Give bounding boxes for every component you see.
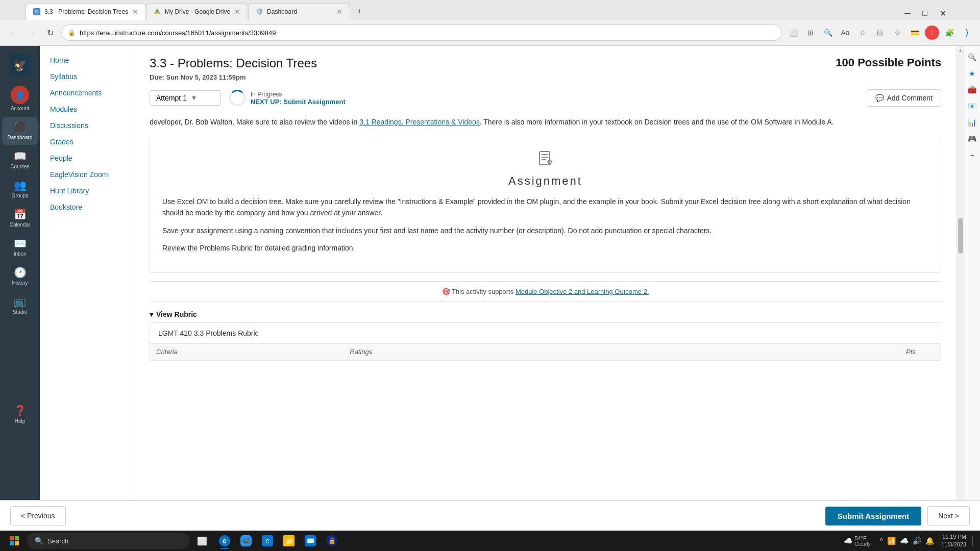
edge-search-icon[interactable]: 🔍 bbox=[965, 50, 979, 64]
nav-item-groups[interactable]: 👥 Groups bbox=[2, 175, 38, 203]
sidebar-link-bookstore[interactable]: Bookstore bbox=[40, 199, 134, 215]
start-button[interactable] bbox=[4, 532, 24, 550]
weather-icon: ☁️ bbox=[844, 537, 852, 545]
forward-button[interactable]: → bbox=[24, 26, 39, 40]
taskbar-edge-icon[interactable]: e bbox=[214, 532, 235, 550]
reload-button[interactable]: ↻ bbox=[43, 26, 57, 40]
nav-item-courses[interactable]: 📖 Courses bbox=[2, 146, 38, 174]
taskbar-search-text: Search bbox=[47, 537, 68, 545]
tab-2-close[interactable]: ✕ bbox=[234, 8, 240, 16]
edge-icon[interactable]: ⟩ bbox=[960, 26, 974, 40]
history-icon: 🕐 bbox=[14, 266, 27, 279]
in-progress-label: In Progress bbox=[251, 91, 346, 98]
scroll-thumb[interactable] bbox=[958, 218, 963, 254]
nav-item-account[interactable]: 👤 Account bbox=[2, 82, 38, 116]
edge-games-icon[interactable]: 🎮 bbox=[965, 132, 979, 146]
nav-item-history[interactable]: 🕐 History bbox=[2, 262, 38, 290]
tab-3[interactable]: 🛡️ Dashboard ✕ bbox=[248, 3, 350, 20]
courses-label: Courses bbox=[10, 164, 29, 170]
nav-item-studio[interactable]: 📺 Studio bbox=[2, 291, 38, 319]
address-bar[interactable]: 🔒 https://erau.instructure.com/courses/1… bbox=[61, 24, 782, 41]
sidebar-link-people[interactable]: People bbox=[40, 150, 134, 166]
sidebar-link-eaglevision[interactable]: EagleVision Zoom bbox=[40, 166, 134, 183]
add-comment-button[interactable]: 💬 Add Comment bbox=[867, 89, 941, 107]
tab-1-close[interactable]: ✕ bbox=[132, 8, 138, 16]
attempt-bar: Attempt 1 ▼ In Progress NEXT UP: Submit … bbox=[150, 89, 941, 107]
svg-rect-6 bbox=[10, 541, 14, 545]
zoom-icon[interactable]: 🔍 bbox=[821, 26, 835, 40]
edge-tools-icon[interactable]: 🧰 bbox=[965, 83, 979, 97]
module-objective-link[interactable]: Module Objective 2 and Learning Outcome … bbox=[516, 288, 649, 295]
network-icon[interactable]: 📶 bbox=[886, 536, 897, 546]
favorites-icon[interactable]: ☆ bbox=[855, 26, 870, 40]
cast-icon[interactable]: ⬜ bbox=[786, 26, 800, 40]
submit-assignment-button[interactable]: Submit Assignment bbox=[825, 507, 921, 525]
studio-label: Studio bbox=[13, 309, 27, 315]
window-controls: ─ □ ✕ bbox=[900, 7, 954, 20]
tab-2[interactable]: My Drive - Google Drive ✕ bbox=[146, 3, 248, 20]
clock[interactable]: 11:19 PM 11/3/2023 bbox=[939, 533, 968, 549]
view-rubric-toggle[interactable]: ▾ View Rubric bbox=[150, 310, 941, 318]
taskbar-search-bar[interactable]: 🔍 Search bbox=[27, 533, 190, 549]
nav-item-dashboard[interactable]: ⬛ Dashboard bbox=[2, 117, 38, 145]
volume-icon[interactable]: 🔊 bbox=[912, 536, 922, 546]
sidebar-link-modules[interactable]: Modules bbox=[40, 101, 134, 117]
progress-circle-icon bbox=[229, 90, 246, 106]
edge-outlook-icon[interactable]: 📧 bbox=[965, 99, 979, 113]
maximize-button[interactable]: □ bbox=[918, 7, 932, 20]
close-button[interactable]: ✕ bbox=[936, 7, 950, 20]
notification-icon[interactable]: 🔔 bbox=[924, 536, 935, 546]
sidebar-link-grades[interactable]: Grades bbox=[40, 134, 134, 150]
extensions-icon[interactable]: 🧩 bbox=[942, 26, 957, 40]
taskbar-mail-icon[interactable]: ✉️ bbox=[300, 532, 321, 550]
nav-item-help[interactable]: ❓ Help bbox=[2, 400, 38, 429]
studio-icon: 📺 bbox=[14, 295, 27, 308]
nav-item-calendar[interactable]: 📅 Calendar bbox=[2, 204, 38, 232]
tab-3-close[interactable]: ✕ bbox=[336, 8, 342, 16]
edge-favorites-icon[interactable]: ★ bbox=[965, 66, 979, 81]
rubric-box: LGMT 420 3.3 Problems Rubric Criteria Ra… bbox=[150, 322, 941, 361]
page-scrollbar[interactable]: ▲ ▼ bbox=[957, 46, 964, 531]
edge-office-icon[interactable]: 📊 bbox=[965, 115, 979, 130]
wallet-icon[interactable]: 💳 bbox=[908, 26, 922, 40]
sidebar-link-discussions[interactable]: Discussions bbox=[40, 117, 134, 134]
cloud-icon[interactable]: ☁️ bbox=[899, 536, 910, 546]
history-label: History bbox=[12, 280, 28, 286]
minimize-button[interactable]: ─ bbox=[900, 7, 914, 20]
new-tab-button[interactable]: + bbox=[352, 4, 366, 18]
add-comment-label: Add Comment bbox=[887, 94, 933, 102]
nav-item-inbox[interactable]: ✉️ Inbox bbox=[2, 233, 38, 261]
temperature: 54°F bbox=[854, 535, 870, 541]
account-label: Account bbox=[11, 106, 29, 112]
previous-button[interactable]: < Previous bbox=[10, 506, 66, 525]
attempt-label: Attempt 1 bbox=[156, 94, 187, 102]
taskbar-ie-icon[interactable]: e bbox=[257, 532, 278, 550]
time: 11:19 PM bbox=[941, 533, 966, 541]
back-button[interactable]: ← bbox=[6, 26, 20, 40]
sidebar-link-home[interactable]: Home bbox=[40, 52, 134, 68]
scroll-up-arrow[interactable]: ▲ bbox=[957, 46, 964, 54]
taskbar-zoom-icon[interactable]: 📹 bbox=[236, 532, 256, 550]
sidebar-link-library[interactable]: Hunt Library bbox=[40, 183, 134, 199]
chevron-up-icon[interactable]: ^ bbox=[878, 536, 884, 546]
tab-search-icon[interactable]: ⊞ bbox=[803, 26, 818, 40]
weather-widget[interactable]: ☁️ 54°F Cloudy bbox=[840, 535, 874, 547]
read-mode-icon[interactable]: Aa bbox=[838, 26, 852, 40]
readings-link[interactable]: 3.1 Readings, Presentations & Videos bbox=[359, 118, 480, 126]
split-view-icon[interactable]: ⊟ bbox=[873, 26, 887, 40]
due-date: Due: Sun Nov 5, 2023 11:59pm bbox=[150, 73, 941, 81]
tab-1[interactable]: C 3.3 - Problems: Decision Trees ✕ bbox=[26, 3, 146, 20]
dashboard-label: Dashboard bbox=[8, 135, 33, 141]
next-button[interactable]: Next > bbox=[927, 506, 970, 525]
attempt-dropdown[interactable]: Attempt 1 ▼ bbox=[150, 90, 221, 106]
taskbar-files-icon[interactable]: 📁 bbox=[279, 532, 299, 550]
update-icon[interactable]: ↑ bbox=[925, 26, 939, 40]
tab-3-title: Dashboard bbox=[267, 8, 332, 15]
edge-add-icon[interactable]: + bbox=[965, 148, 979, 162]
taskbar-vpn-icon[interactable]: 🔒 bbox=[322, 532, 342, 550]
collections-icon[interactable]: ☆ bbox=[890, 26, 904, 40]
task-view-button[interactable]: ⬜ bbox=[192, 532, 212, 550]
sidebar-link-announcements[interactable]: Announcements bbox=[40, 85, 134, 101]
sidebar-link-syllabus[interactable]: Syllabus bbox=[40, 68, 134, 85]
show-desktop-icon[interactable] bbox=[972, 536, 976, 546]
